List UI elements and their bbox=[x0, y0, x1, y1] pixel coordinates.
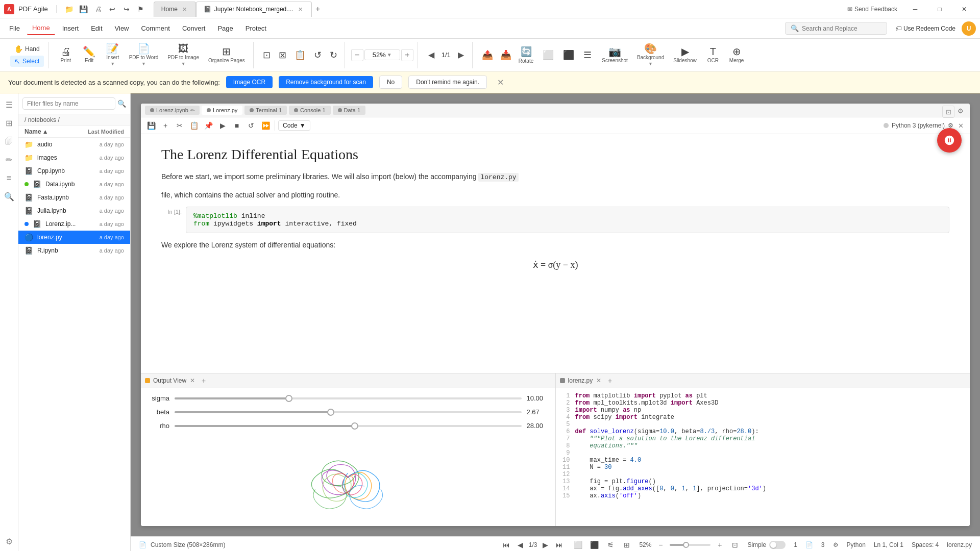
save-icon[interactable]: 💾 bbox=[79, 5, 88, 14]
fit-window-button[interactable]: ⊡ bbox=[729, 539, 741, 551]
sigma-thumb[interactable] bbox=[285, 395, 292, 402]
zoom-slider[interactable] bbox=[670, 544, 710, 546]
minimize-button[interactable]: ─ bbox=[903, 0, 927, 18]
slideshow-button[interactable]: ▶ Slideshow bbox=[669, 42, 701, 68]
jt-play[interactable]: ▶ bbox=[216, 119, 229, 132]
select-button[interactable]: ↖ Select bbox=[10, 56, 44, 67]
zoom-plus-button[interactable]: + bbox=[401, 49, 413, 61]
jupyter-tab-console[interactable]: Console 1 bbox=[289, 106, 331, 115]
menu-convert[interactable]: Convert bbox=[177, 22, 211, 35]
tab-home-close[interactable]: ✕ bbox=[181, 6, 188, 13]
view-mode-4[interactable]: ⊞ bbox=[621, 539, 633, 551]
pdf-zoom-in[interactable]: + bbox=[714, 539, 726, 551]
beta-thumb[interactable] bbox=[327, 409, 334, 416]
menu-protect[interactable]: Protect bbox=[240, 22, 272, 35]
list-item[interactable]: 📓 Data.ipynb a day ago bbox=[18, 178, 130, 191]
screenshot-button[interactable]: 📷 Screenshot bbox=[598, 42, 632, 68]
tab-home[interactable]: Home ✕ bbox=[154, 2, 196, 17]
jupyter-settings-icon[interactable]: ⚙ bbox=[955, 106, 966, 116]
prev-page-button[interactable]: ◀ bbox=[424, 48, 438, 62]
search-box[interactable]: 🔍 bbox=[785, 22, 887, 35]
view-mode-2[interactable]: ⬛ bbox=[588, 539, 600, 551]
sidebar-icon-list[interactable]: ≡ bbox=[2, 171, 16, 185]
sigma-slider[interactable] bbox=[175, 397, 522, 399]
ocr-button[interactable]: T OCR bbox=[702, 42, 724, 68]
menu-home[interactable]: Home bbox=[27, 21, 55, 35]
float-action-button[interactable] bbox=[937, 128, 962, 153]
organize-pages-button[interactable]: ⊞ Organize Pages bbox=[204, 42, 249, 68]
jt-paste[interactable]: 📌 bbox=[202, 119, 214, 132]
sidebar-icon-grid[interactable]: ⊞ bbox=[2, 116, 16, 130]
sidebar-icon-edit[interactable]: ✏ bbox=[2, 153, 16, 167]
remove-bg-button[interactable]: Remove background for scan bbox=[279, 76, 373, 88]
jupyter-tab-lorenz[interactable]: Lorenz.ipynb ✏ bbox=[145, 106, 200, 115]
rho-thumb[interactable] bbox=[351, 422, 358, 430]
first-page-button[interactable]: ⏮ bbox=[500, 539, 512, 551]
list-item[interactable]: 📓 Julia.ipynb a day ago bbox=[18, 204, 130, 217]
page-extract-button[interactable]: 📤 bbox=[479, 42, 496, 68]
jt-copy[interactable]: 📋 bbox=[188, 119, 200, 132]
toolbar-icon5[interactable]: ↻ bbox=[327, 42, 340, 68]
list-item[interactable]: 📓 R.ipynb a day ago bbox=[18, 244, 130, 257]
lorenz-panel-close[interactable]: ✕ bbox=[595, 377, 603, 385]
notification-close[interactable]: ✕ bbox=[497, 78, 504, 87]
search-input[interactable] bbox=[802, 25, 873, 32]
undo-icon[interactable]: ↩ bbox=[108, 5, 117, 14]
folder-icon[interactable]: 📁 bbox=[65, 5, 74, 14]
jupyter-close-btn[interactable]: ✕ bbox=[955, 120, 966, 131]
list-item[interactable]: 📁 audio a day ago bbox=[18, 138, 130, 151]
menu-page[interactable]: Page bbox=[212, 22, 238, 35]
background-button[interactable]: 🎨 Background ▼ bbox=[633, 42, 668, 68]
view-mode-1[interactable]: ⬜ bbox=[572, 539, 584, 551]
print-icon[interactable]: 🖨 bbox=[93, 5, 103, 14]
view-icon2[interactable]: ⬛ bbox=[560, 42, 577, 68]
sidebar-icon-pages[interactable]: 🗐 bbox=[2, 134, 16, 148]
redo-icon[interactable]: ↪ bbox=[122, 5, 131, 14]
rho-slider[interactable] bbox=[175, 425, 522, 427]
list-item[interactable]: 📁 images a day ago bbox=[18, 151, 130, 164]
list-item[interactable]: 📓 Cpp.ipynb a day ago bbox=[18, 164, 130, 178]
next-page-button[interactable]: ▶ bbox=[454, 48, 468, 62]
sidebar-icon-settings[interactable]: ⚙ bbox=[2, 534, 16, 548]
expand-button[interactable]: ⊡ bbox=[942, 106, 954, 118]
dont-remind-button[interactable]: Don't remind me again. bbox=[408, 76, 487, 89]
no-button[interactable]: No bbox=[379, 76, 402, 89]
edit-button[interactable]: ✏️ Edit bbox=[78, 42, 101, 68]
jupyter-tab-lorenzpy[interactable]: Lorenz.py bbox=[202, 106, 242, 115]
list-item[interactable]: 📓 Fasta.ipynb a day ago bbox=[18, 191, 130, 204]
tab-jupyter[interactable]: 📓 Jupyter Notebook_merged.... ✕ bbox=[196, 2, 312, 17]
zoom-minus-button[interactable]: − bbox=[351, 49, 363, 61]
lorenz-panel-add[interactable]: + bbox=[605, 375, 615, 386]
output-panel-close[interactable]: ✕ bbox=[188, 377, 197, 385]
jt-stop[interactable]: ■ bbox=[231, 119, 243, 132]
pdf-zoom-out[interactable]: − bbox=[654, 539, 667, 551]
toolbar-icon4[interactable]: ↺ bbox=[311, 42, 325, 68]
file-filter-input[interactable] bbox=[22, 97, 115, 110]
rotate-button[interactable]: 🔄 Rotate bbox=[516, 42, 536, 68]
toolbar-icon1[interactable]: ⊡ bbox=[260, 42, 274, 68]
zoom-display[interactable]: 52% ▼ bbox=[364, 49, 400, 60]
toolbar-icon2[interactable]: ⊠ bbox=[276, 42, 289, 68]
jt-add[interactable]: + bbox=[159, 119, 172, 132]
list-item[interactable]: 🔵 lorenz.py a day ago bbox=[18, 231, 130, 244]
last-page-button[interactable]: ⏭ bbox=[553, 539, 566, 551]
output-panel-add[interactable]: + bbox=[199, 375, 209, 386]
menu-insert[interactable]: Insert bbox=[57, 22, 84, 35]
zoom-thumb[interactable] bbox=[683, 542, 689, 548]
print-button[interactable]: 🖨 Print bbox=[55, 42, 77, 68]
page-merge-button[interactable]: 📥 bbox=[497, 42, 514, 68]
pdf-to-image-button[interactable]: 🖼 PDF to Image ▼ bbox=[163, 42, 203, 68]
maximize-button[interactable]: □ bbox=[928, 0, 951, 18]
code-block[interactable]: %matplotlib inline from ipywidgets impor… bbox=[186, 207, 949, 233]
menu-comment[interactable]: Comment bbox=[136, 22, 175, 35]
user-avatar[interactable]: U bbox=[962, 21, 976, 36]
menu-edit[interactable]: Edit bbox=[86, 22, 107, 35]
jupyter-tab-terminal[interactable]: Terminal 1 bbox=[244, 106, 287, 115]
jt-cut[interactable]: ✂ bbox=[174, 119, 186, 132]
simple-mode-toggle[interactable]: Simple bbox=[747, 541, 786, 549]
add-tab-button[interactable]: + bbox=[312, 3, 324, 15]
toggle-track[interactable] bbox=[769, 541, 786, 549]
lorenz-code-content[interactable]: 1 from matplotlib import pyplot as plt 2… bbox=[556, 388, 970, 526]
view-mode-3[interactable]: ⚟ bbox=[604, 539, 617, 551]
view-icon1[interactable]: ⬜ bbox=[540, 42, 557, 68]
